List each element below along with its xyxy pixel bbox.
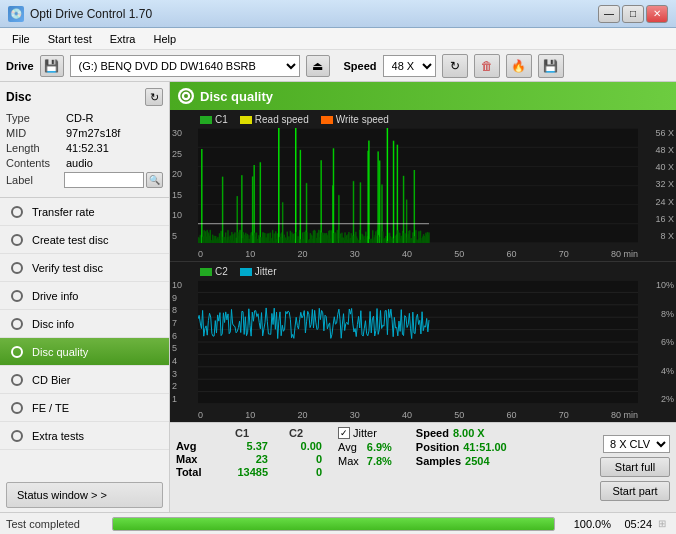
menu-start-test[interactable]: Start test [40, 31, 100, 47]
disc-refresh-button[interactable]: ↻ [145, 88, 163, 106]
resize-grip: ⊞ [658, 518, 670, 529]
extra-tests-label: Extra tests [32, 430, 84, 442]
sidebar-item-extra-tests[interactable]: Extra tests [0, 422, 169, 450]
total-c2: 0 [270, 466, 322, 478]
jitter-checkbox-row: ✓ Jitter [338, 427, 392, 439]
jitter-avg-label: Avg [338, 441, 357, 453]
speed-mode-select[interactable]: 8 X CLV [603, 435, 670, 453]
avg-c2: 0.00 [270, 440, 322, 452]
lower-chart-y-labels-left: 10 9 8 7 6 5 4 3 2 1 [172, 280, 182, 404]
upper-chart-canvas [198, 128, 638, 243]
disc-label-search-button[interactable]: 🔍 [146, 172, 163, 188]
start-part-button[interactable]: Start part [600, 481, 670, 501]
max-label: Max [176, 453, 214, 465]
nav-items: Transfer rate Create test disc Verify te… [0, 198, 169, 478]
sidebar-item-create-test-disc[interactable]: Create test disc [0, 226, 169, 254]
window-title: Opti Drive Control 1.70 [30, 7, 152, 21]
upper-chart-legend: C1 Read speed Write speed [200, 114, 389, 125]
sidebar-item-disc-quality[interactable]: Disc quality [0, 338, 169, 366]
status-bar: Test completed 100.0% 05:24 ⊞ [0, 512, 676, 534]
lower-chart-y-labels-right: 10% 8% 6% 4% 2% [656, 280, 674, 404]
sidebar-item-verify-test-disc[interactable]: Verify test disc [0, 254, 169, 282]
disc-info-label: Disc info [32, 318, 74, 330]
close-button[interactable]: ✕ [646, 5, 668, 23]
fe-te-icon [10, 401, 24, 415]
transfer-rate-icon [10, 205, 24, 219]
status-window-button[interactable]: Status window > > [6, 482, 163, 508]
drive-select[interactable]: (G:) BENQ DVD DD DW1640 BSRB [70, 55, 300, 77]
sidebar: Disc ↻ Type CD-R MID 97m27s18f Length 41… [0, 82, 170, 512]
extra-tests-icon [10, 429, 24, 443]
sidebar-item-fe-te[interactable]: FE / TE [0, 394, 169, 422]
sidebar-item-transfer-rate[interactable]: Transfer rate [0, 198, 169, 226]
menu-help[interactable]: Help [145, 31, 184, 47]
create-test-disc-icon [10, 233, 24, 247]
erase-button[interactable]: 🗑 [474, 54, 500, 78]
max-c1: 23 [216, 453, 268, 465]
lower-chart: C2 Jitter 10 9 8 7 6 5 4 3 [170, 262, 676, 422]
disc-info-icon [10, 317, 24, 331]
menu-extra[interactable]: Extra [102, 31, 144, 47]
save-button[interactable]: 💾 [538, 54, 564, 78]
disc-quality-icon [10, 345, 24, 359]
status-text: Test completed [6, 518, 106, 530]
maximize-button[interactable]: □ [622, 5, 644, 23]
legend-c2-color [200, 268, 212, 276]
speed-select[interactable]: 48 X [383, 55, 436, 77]
drive-eject-icon[interactable]: ⏏ [306, 55, 330, 77]
action-buttons: 8 X CLV Start full Start part [600, 427, 670, 508]
disc-label-row: Label 🔍 [6, 172, 163, 188]
jitter-checkbox[interactable]: ✓ [338, 427, 350, 439]
disc-label-label: Label [6, 174, 64, 186]
disc-type-value: CD-R [66, 112, 94, 124]
disc-label-input[interactable] [64, 172, 144, 188]
samples-value: 2504 [465, 455, 489, 467]
samples-row: Samples 2504 [416, 455, 592, 467]
disc-mid-value: 97m27s18f [66, 127, 120, 139]
charts-container: C1 Read speed Write speed 30 25 20 [170, 110, 676, 422]
c2-header: C2 [270, 427, 322, 439]
disc-type-label: Type [6, 112, 66, 124]
lower-chart-canvas [198, 280, 638, 404]
svg-point-1 [184, 94, 188, 98]
cd-bier-label: CD Bier [32, 374, 71, 386]
disc-contents-row: Contents audio [6, 157, 163, 169]
disc-quality-label: Disc quality [32, 346, 88, 358]
legend-jitter: Jitter [240, 266, 277, 277]
stats-bar: C1 C2 Avg 5.37 0.00 Max 23 0 Total 13485… [170, 422, 676, 512]
progress-bar [112, 517, 555, 531]
legend-c2: C2 [200, 266, 228, 277]
disc-contents-label: Contents [6, 157, 66, 169]
jitter-label: Jitter [353, 427, 377, 439]
drive-label: Drive [6, 60, 34, 72]
total-c1: 13485 [216, 466, 268, 478]
start-full-button[interactable]: Start full [600, 457, 670, 477]
sidebar-item-disc-info[interactable]: Disc info [0, 310, 169, 338]
legend-c1: C1 [200, 114, 228, 125]
disc-contents-value: audio [66, 157, 93, 169]
disc-quality-title: Disc quality [200, 89, 273, 104]
disc-quality-header-icon [178, 88, 194, 104]
menu-file[interactable]: File [4, 31, 38, 47]
speed-section: Speed 8.00 X Position 41:51.00 Samples 2… [400, 427, 592, 508]
sidebar-item-drive-info[interactable]: Drive info [0, 282, 169, 310]
samples-label: Samples [416, 455, 461, 467]
refresh-button[interactable]: ↻ [442, 54, 468, 78]
drive-info-label: Drive info [32, 290, 78, 302]
upper-chart-x-labels: 0 10 20 30 40 50 60 70 80 min [198, 249, 638, 259]
drive-bar: Drive 💾 (G:) BENQ DVD DD DW1640 BSRB ⏏ S… [0, 50, 676, 82]
status-window-label: Status window > > [17, 489, 107, 501]
speed-label: Speed [344, 60, 377, 72]
disc-mid-label: MID [6, 127, 66, 139]
upper-chart-y-labels-left: 30 25 20 15 10 5 [172, 128, 182, 241]
menu-bar: File Start test Extra Help [0, 28, 676, 50]
speed-info-value: 8.00 X [453, 427, 485, 439]
burn-button[interactable]: 🔥 [506, 54, 532, 78]
progress-text: 100.0% [561, 518, 611, 530]
disc-title: Disc [6, 90, 31, 104]
jitter-avg-value: 6.9% [367, 441, 392, 453]
lower-chart-x-labels: 0 10 20 30 40 50 60 70 80 min [198, 410, 638, 420]
transfer-rate-label: Transfer rate [32, 206, 95, 218]
minimize-button[interactable]: — [598, 5, 620, 23]
sidebar-item-cd-bier[interactable]: CD Bier [0, 366, 169, 394]
